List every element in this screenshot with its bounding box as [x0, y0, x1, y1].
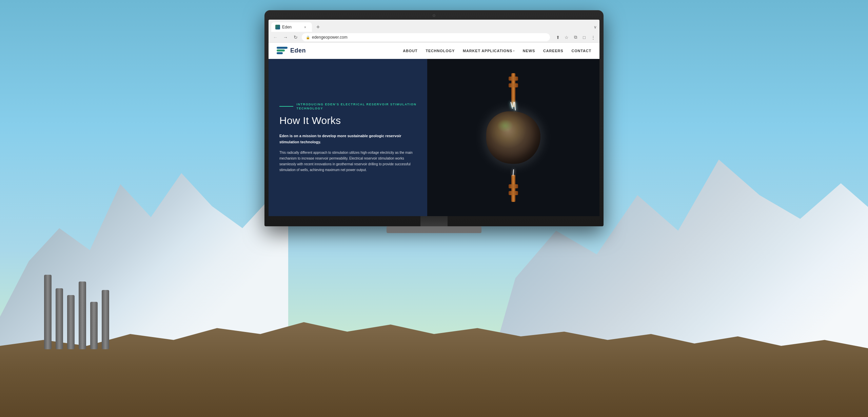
pipe-6	[102, 290, 109, 349]
reload-button[interactable]: ↻	[292, 33, 300, 41]
browser-tab[interactable]: Eden ×	[271, 22, 312, 32]
rock-visualization	[466, 73, 561, 202]
market-applications-chevron: ›	[513, 49, 515, 53]
pipe-1	[44, 275, 52, 349]
industrial-pipes	[44, 275, 109, 349]
tab-close-button[interactable]: ×	[302, 24, 308, 30]
nav-about[interactable]: ABOUT	[403, 49, 417, 53]
hero-title: How It Works	[279, 115, 416, 126]
spark-2	[513, 102, 514, 107]
hero-body-text: This radically different approach to sti…	[279, 150, 416, 173]
nav-contact[interactable]: CONTACT	[571, 49, 591, 53]
sparks-bottom	[513, 169, 514, 175]
monitor-screen: Eden × + ∨ ← → ↻ 🔒 edengeopower.com ⬆	[269, 20, 599, 216]
rock	[486, 111, 540, 164]
nav-logo[interactable]: Eden	[277, 47, 306, 55]
bookmark-button[interactable]: ☆	[563, 34, 570, 41]
pipe-2	[56, 288, 63, 349]
address-bar: ← → ↻ 🔒 edengeopower.com ⬆ ☆ ⧉ □ ⋮	[269, 32, 599, 43]
more-options-button[interactable]: ⋮	[589, 34, 597, 41]
site-content: Eden ABOUT TECHNOLOGY MARKET APPLICATION…	[269, 43, 599, 216]
nav-market-applications[interactable]: MARKET APPLICATIONS ›	[463, 49, 515, 53]
browser-chrome: Eden × + ∨ ← → ↻ 🔒 edengeopower.com ⬆	[269, 20, 599, 43]
tab-bar: Eden × + ∨	[269, 20, 599, 32]
monitor-stand-base	[387, 226, 481, 233]
tab-title: Eden	[282, 25, 292, 29]
url-text: edengeopower.com	[312, 35, 348, 40]
monitor-wrapper: Eden × + ∨ ← → ↻ 🔒 edengeopower.com ⬆	[264, 10, 604, 233]
extension-button[interactable]: ⧉	[572, 34, 579, 41]
logo-stripe-1	[277, 47, 288, 49]
hero-subtitle: Eden is on a mission to develop more sus…	[279, 133, 416, 145]
back-button[interactable]: ←	[271, 33, 279, 41]
tagline-text: INTRODUCING EDEN'S ELECTRICAL RESERVOIR …	[297, 102, 417, 111]
nav-technology[interactable]: TECHNOLOGY	[426, 49, 455, 53]
url-bar[interactable]: 🔒 edengeopower.com	[302, 33, 550, 41]
browser-profile[interactable]: □	[580, 34, 588, 41]
nav-news[interactable]: NEWS	[523, 49, 535, 53]
pipe-4	[79, 282, 86, 349]
lock-icon: 🔒	[306, 36, 310, 39]
logo-text: Eden	[290, 47, 306, 54]
browser-actions: ⬆ ☆ ⧉ □ ⋮	[554, 34, 597, 41]
tab-more-button[interactable]: ∨	[594, 25, 597, 29]
hero-left-panel: INTRODUCING EDEN'S ELECTRICAL RESERVOIR …	[269, 59, 427, 216]
tab-favicon	[275, 25, 280, 29]
monitor-camera	[433, 14, 435, 17]
nav-links: ABOUT TECHNOLOGY MARKET APPLICATIONS › N…	[403, 49, 591, 53]
nav-careers[interactable]: CAREERS	[543, 49, 563, 53]
logo-icon	[277, 47, 288, 55]
logo-stripe-2	[277, 49, 285, 51]
new-tab-button[interactable]: +	[313, 22, 323, 32]
tagline-bar	[279, 106, 293, 107]
copper-rod-bottom	[511, 175, 515, 202]
forward-button[interactable]: →	[281, 33, 290, 41]
pipe-3	[67, 295, 75, 349]
hero-section: INTRODUCING EDEN'S ELECTRICAL RESERVOIR …	[269, 59, 599, 216]
share-button[interactable]: ⬆	[554, 34, 561, 41]
sparks-top	[511, 102, 515, 110]
monitor-frame: Eden × + ∨ ← → ↻ 🔒 edengeopower.com ⬆	[264, 10, 604, 226]
mountain-left	[0, 129, 288, 349]
monitor-stand-neck	[420, 216, 448, 226]
tagline-wrapper: INTRODUCING EDEN'S ELECTRICAL RESERVOIR …	[279, 102, 416, 111]
site-navigation: Eden ABOUT TECHNOLOGY MARKET APPLICATION…	[269, 43, 599, 59]
logo-stripe-3	[277, 52, 283, 54]
hero-right-panel	[427, 59, 599, 216]
pipe-5	[90, 302, 98, 349]
